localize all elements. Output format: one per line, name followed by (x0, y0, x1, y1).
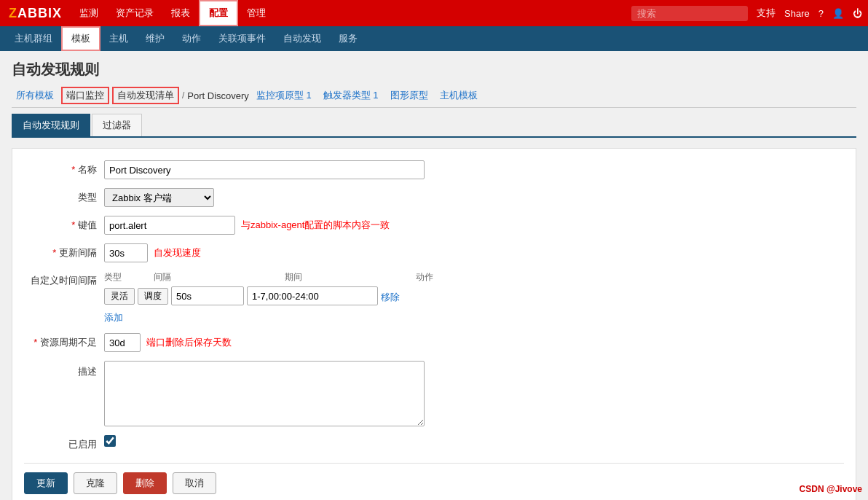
breadcrumb-all-templates[interactable]: 所有模板 (12, 87, 58, 103)
sub-navbar: 主机群组 模板 主机 维护 动作 关联项事件 自动发现 服务 (0, 26, 868, 51)
help-icon[interactable]: ? (818, 8, 824, 19)
type-select[interactable]: Zabbix 客户端Zabbix 客户端(主动)SNMPIPMIJMXHTTP … (104, 188, 214, 207)
watermark: CSDN @Jivove (800, 484, 862, 494)
form-row-key: 键值 与zabbix-agent配置的脚本内容一致 (24, 216, 844, 235)
cti-header-action: 动作 (410, 271, 454, 284)
name-label: 名称 (24, 160, 104, 176)
nav-config[interactable]: 配置 (199, 0, 238, 26)
cti-add-container: 添加 (104, 308, 454, 324)
top-nav-menu: 监测 资产记录 报表 配置 管理 (71, 0, 631, 26)
subnav-maintenance[interactable]: 维护 (137, 26, 173, 51)
nav-admin[interactable]: 管理 (238, 0, 275, 26)
cti-header-interval: 间隔 (148, 271, 279, 284)
cti-header-period: 期间 (279, 271, 410, 284)
delete-button[interactable]: 删除 (123, 472, 167, 494)
cti-period-input[interactable] (247, 286, 378, 305)
interval-input[interactable] (104, 243, 148, 262)
keeplost-input[interactable] (104, 333, 141, 352)
form-row-description: 描述 (24, 361, 844, 426)
breadcrumb-discovery-list[interactable]: 自动发现清单 (112, 87, 179, 104)
nav-assets[interactable]: 资产记录 (107, 0, 162, 26)
keeplost-label: 资源周期不足 (24, 333, 104, 349)
breadcrumb-current: Port Discovery (187, 90, 249, 101)
cti-type-schedule[interactable]: 调度 (138, 288, 168, 305)
clone-button[interactable]: 克隆 (74, 472, 117, 494)
form-row-keeplost: 资源周期不足 端口删除后保存天数 (24, 333, 844, 352)
breadcrumb-graph-type[interactable]: 图形原型 (386, 87, 433, 103)
breadcrumb-host-template[interactable]: 主机模板 (435, 87, 482, 103)
description-label: 描述 (24, 361, 104, 378)
form-buttons: 更新 克隆 删除 取消 (24, 463, 844, 494)
key-label: 键值 (24, 216, 104, 232)
type-label: 类型 (24, 188, 104, 204)
cti-add-link[interactable]: 添加 (104, 311, 123, 324)
cancel-button[interactable]: 取消 (173, 472, 216, 494)
subnav-hosts[interactable]: 主机 (100, 26, 137, 51)
description-textarea[interactable] (104, 361, 425, 426)
top-nav-right: 支持 Share ? 👤 ⏻ (631, 6, 862, 21)
subnav-events[interactable]: 关联项事件 (210, 26, 275, 51)
form-row-cti: 自定义时间间隔 类型 间隔 期间 动作 灵活 调度 移除 (24, 271, 844, 324)
cti-header-type: 类型 (104, 271, 148, 284)
cti-type-active[interactable]: 灵活 (104, 288, 135, 305)
share-link[interactable]: Share (784, 8, 810, 19)
keeplost-annotation: 端口删除后保存天数 (146, 333, 232, 349)
form-row-enabled: 已启用 (24, 435, 844, 451)
logo: ZABBIX (6, 6, 71, 21)
cti-container: 类型 间隔 期间 动作 灵活 调度 移除 添加 (104, 271, 454, 324)
form-row-type: 类型 Zabbix 客户端Zabbix 客户端(主动)SNMPIPMIJMXHT… (24, 188, 844, 207)
subnav-services[interactable]: 服务 (330, 26, 366, 51)
logo-z: Z (9, 6, 17, 21)
key-annotation: 与zabbix-agent配置的脚本内容一致 (241, 216, 390, 232)
subnav-actions[interactable]: 动作 (173, 26, 210, 51)
cti-row: 灵活 调度 移除 (104, 286, 454, 305)
form-container: 名称 类型 Zabbix 客户端Zabbix 客户端(主动)SNMPIPMIJM… (12, 148, 856, 500)
breadcrumb-separator: / (182, 90, 184, 101)
cti-remove-link[interactable]: 移除 (381, 291, 400, 304)
tab-discovery-rule[interactable]: 自动发现规则 (12, 114, 90, 136)
update-button[interactable]: 更新 (24, 472, 68, 494)
subnav-templates[interactable]: 模板 (61, 26, 100, 51)
interval-label: 更新间隔 (24, 243, 104, 259)
tab-filter[interactable]: 过滤器 (92, 114, 142, 136)
breadcrumb-monitor-type1[interactable]: 监控项原型 1 (252, 87, 316, 103)
breadcrumb-trigger-type1[interactable]: 触发器类型 1 (319, 87, 383, 103)
enabled-label: 已启用 (24, 435, 104, 451)
support-link[interactable]: 支持 (757, 7, 776, 20)
top-navbar: ZABBIX 监测 资产记录 报表 配置 管理 支持 Share ? 👤 ⏻ (0, 0, 868, 26)
breadcrumb: 所有模板 端口监控 自动发现清单 / Port Discovery 监控项原型 … (12, 87, 856, 108)
page-title: 自动发现规则 (12, 60, 856, 79)
logo-rest: ABBIX (17, 6, 62, 21)
cti-label: 自定义时间间隔 (24, 271, 104, 287)
interval-annotation: 自发现速度 (154, 243, 201, 259)
user-icon[interactable]: 👤 (832, 8, 844, 19)
subnav-hostgroups[interactable]: 主机群组 (6, 26, 61, 51)
form-row-name: 名称 (24, 160, 844, 179)
breadcrumb-port-monitor[interactable]: 端口监控 (61, 87, 109, 104)
nav-monitor[interactable]: 监测 (71, 0, 107, 26)
enabled-checkbox[interactable] (104, 435, 116, 447)
key-input[interactable] (104, 216, 235, 235)
name-input[interactable] (104, 160, 425, 179)
subnav-discovery[interactable]: 自动发现 (275, 26, 330, 51)
cti-interval-input[interactable] (171, 286, 244, 305)
power-icon[interactable]: ⏻ (853, 8, 862, 19)
form-tabs: 自动发现规则 过滤器 (12, 114, 856, 138)
page-content: 自动发现规则 所有模板 端口监控 自动发现清单 / Port Discovery… (0, 51, 868, 500)
nav-reports[interactable]: 报表 (162, 0, 199, 26)
search-input[interactable] (631, 6, 748, 21)
cti-headers: 类型 间隔 期间 动作 (104, 271, 454, 284)
form-row-interval: 更新间隔 自发现速度 (24, 243, 844, 262)
